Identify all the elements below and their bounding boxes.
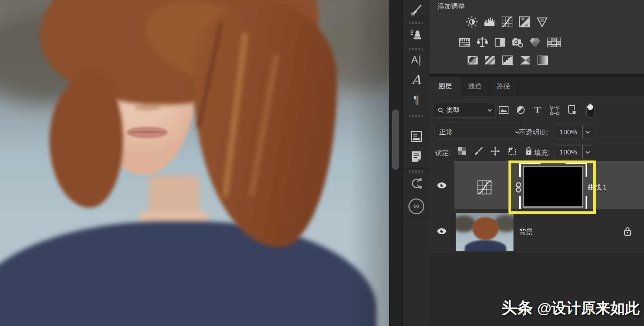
clone-source-icon[interactable] [403,27,430,44]
separator [430,143,644,143]
tutorial-highlight-box [508,160,596,214]
filter-pixel-layers-icon[interactable] [499,106,509,115]
share-learn-icon[interactable] [403,174,430,193]
layers-panel-tabbar: 图层 通道 路径 [430,77,644,96]
tab-paths-label: 路径 [497,82,510,91]
separator [430,123,644,123]
lock-all-icon[interactable] [525,147,532,157]
libraries-panel-icon[interactable] [403,128,430,145]
layer-lock-icon[interactable] [623,226,632,238]
color-lookup-icon[interactable] [546,36,562,49]
visibility-column [430,209,454,253]
glyphs-glyph: A [412,72,421,87]
visibility-column [430,161,454,209]
curves-adjustment-thumbnail[interactable] [477,180,492,196]
selective-color-icon[interactable] [519,54,532,67]
right-panel: 添加调整 [430,0,644,326]
black-white-icon[interactable] [493,36,506,49]
notes-panel-icon[interactable] [403,148,430,166]
gradient-map-icon[interactable] [536,54,549,67]
blend-mode-dropdown[interactable]: 正常 [435,125,524,139]
thumb-shirt [465,240,506,251]
brightness-contrast-icon[interactable] [465,15,478,28]
watermark-brand: 头条 [501,297,533,318]
type-glyph: T [534,105,541,115]
adjustments-title: 添加调整 [437,2,465,11]
lock-label: 锁定: [435,148,450,158]
layer-name-background[interactable]: 背景 [519,227,533,237]
fill-value: 100% [554,148,582,156]
character-glyph: A| [411,54,422,66]
lock-transparent-pixels-icon[interactable] [458,147,466,157]
filter-adjustment-layers-icon[interactable] [516,106,525,114]
opacity-label: 不透明度: [519,128,548,137]
chevron-down-icon [583,151,593,154]
channel-mixer-icon[interactable] [529,36,541,49]
watermark: 头条 @设计原来如此 [501,297,640,318]
blend-mode-value: 正常 [439,128,453,137]
tab-channels[interactable]: 通道 [461,77,489,96]
exposure-icon[interactable] [518,15,531,28]
tab-paths[interactable]: 路径 [489,77,518,96]
photo-edge-shadow [0,0,389,326]
invert-icon[interactable] [466,54,479,67]
watermark-handle: @设计原来如此 [537,298,640,318]
background-layer-thumbnail[interactable] [456,213,513,251]
filter-shape-layers-icon[interactable] [550,106,559,115]
canvas-scrollbar-track[interactable] [389,0,403,326]
opacity-value: 100% [554,128,582,136]
curves-icon[interactable] [501,15,513,28]
search-icon [438,107,444,114]
layer-filtering-toggle[interactable] [586,103,595,118]
adjustments-panel: 添加调整 [430,0,644,74]
paragraph-panel-icon[interactable]: ¶ [403,91,430,109]
canvas-photo[interactable] [0,0,389,326]
tab-layers[interactable]: 图层 [430,77,461,96]
photoshop-window: A| A ¶ ∞ 添加调整 [0,0,644,326]
lock-artboard-icon[interactable] [507,147,517,158]
cc-glyph: ∞ [413,202,419,210]
photo-filter-icon[interactable] [511,36,524,49]
filter-smart-objects-icon[interactable] [568,105,577,115]
chevron-down-icon [583,131,593,134]
visibility-eye-icon[interactable] [437,227,447,235]
levels-icon[interactable] [483,15,496,28]
glyphs-panel-icon[interactable]: A [403,70,430,89]
brush-settings-icon[interactable] [403,2,430,18]
toggle-knob [587,104,593,110]
color-balance-icon[interactable] [476,36,489,49]
filter-type-layers-icon[interactable]: T [534,105,541,115]
canvas-scrollbar-thumb[interactable] [392,110,399,170]
visibility-eye-icon[interactable] [437,182,447,189]
fill-label: 填充: [534,148,550,158]
threshold-icon[interactable] [501,54,514,67]
panel-divider [430,74,644,77]
chevron-down-icon [488,109,492,112]
creative-cloud-icon[interactable]: ∞ [403,197,430,216]
vibrance-icon[interactable] [536,15,549,28]
panel-icon-dock: A| A ¶ ∞ [402,0,430,326]
layer-filter-kind-dropdown[interactable]: 类型 [434,103,496,118]
hue-saturation-icon[interactable] [458,36,471,49]
fill-dropdown[interactable]: 100% [554,145,593,159]
tab-layers-label: 图层 [439,82,452,91]
tab-channels-label: 通道 [468,82,482,91]
lock-image-pixels-icon[interactable] [474,147,483,157]
lock-position-icon[interactable] [491,147,500,157]
thumb-hair [473,217,498,240]
opacity-dropdown[interactable]: 100% [554,125,593,139]
posterize-icon[interactable] [484,54,497,67]
paragraph-glyph: ¶ [413,94,420,106]
filter-kind-label: 类型 [446,106,460,115]
character-panel-icon[interactable]: A| [403,52,430,68]
